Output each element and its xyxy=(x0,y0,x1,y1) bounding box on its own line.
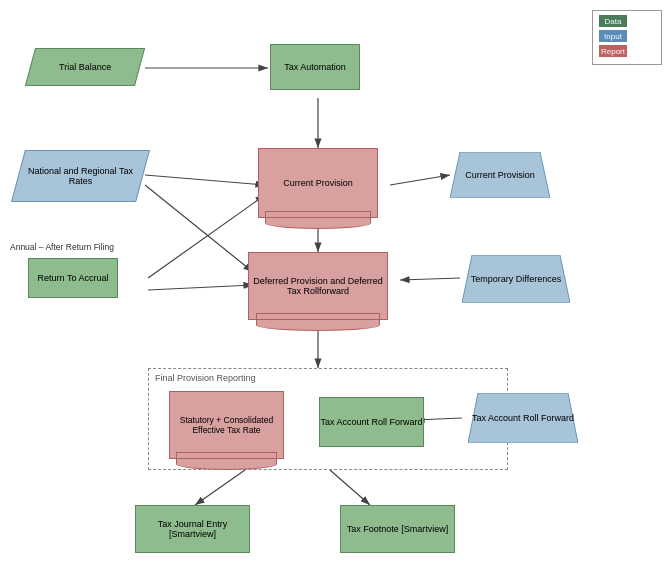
current-provision-output-label: Current Provision xyxy=(465,170,535,180)
legend-report-item: Report xyxy=(599,45,655,57)
svg-line-3 xyxy=(145,175,265,185)
svg-line-4 xyxy=(145,185,253,272)
national-tax-rates-shape: National and Regional Tax Rates xyxy=(11,150,150,202)
trial-balance-label: Trial Balance xyxy=(59,62,111,72)
final-provision-label: Final Provision Reporting xyxy=(155,373,256,383)
tax-account-roll-forward-outer-label: Tax Account Roll Forward xyxy=(472,413,574,423)
svg-line-7 xyxy=(390,175,450,185)
svg-line-12 xyxy=(195,470,245,505)
legend-data-label: Data xyxy=(605,17,622,26)
wave4 xyxy=(256,319,380,331)
return-to-accrual-shape: Return To Accrual xyxy=(28,258,118,298)
tax-account-roll-forward-inner-shape: Tax Account Roll Forward xyxy=(319,397,424,447)
legend-input-box: Input xyxy=(599,30,627,42)
final-provision-box: Final Provision Reporting Statutory + Co… xyxy=(148,368,508,470)
tax-footnote-label: Tax Footnote [Smartview] xyxy=(347,524,449,534)
temporary-differences-label: Temporary Differences xyxy=(471,274,561,284)
current-provision-output-shape: Current Provision xyxy=(450,152,550,198)
tax-journal-entry-shape: Tax Journal Entry [Smartview] xyxy=(135,505,250,553)
trial-balance-shape: Trial Balance xyxy=(25,48,145,86)
legend-input-label: Input xyxy=(604,32,622,41)
statutory-consolidated-label: Statutory + Consolidated Effective Tax R… xyxy=(170,415,283,435)
legend: Data Input Report xyxy=(592,10,662,65)
legend-report-box: Report xyxy=(599,45,627,57)
annual-after-return-label: Annual – After Return Filing xyxy=(10,242,114,252)
temporary-differences-shape: Temporary Differences xyxy=(462,255,570,303)
return-to-accrual-label: Return To Accrual xyxy=(38,273,109,283)
legend-data-box: Data xyxy=(599,15,627,27)
current-provision-process-label: Current Provision xyxy=(283,178,353,188)
tax-automation-label: Tax Automation xyxy=(284,62,346,72)
national-tax-rates-label: National and Regional Tax Rates xyxy=(19,166,142,186)
legend-data-item: Data xyxy=(599,15,655,27)
tax-account-roll-forward-inner-label: Tax Account Roll Forward xyxy=(320,417,422,427)
tax-footnote-shape: Tax Footnote [Smartview] xyxy=(340,505,455,553)
current-provision-process-shape: Current Provision xyxy=(258,148,378,218)
statutory-consolidated-shape: Statutory + Consolidated Effective Tax R… xyxy=(169,391,284,459)
diagram: Data Input Report Trial Balance Tax Auto… xyxy=(0,0,672,576)
wave6 xyxy=(176,458,278,470)
tax-journal-entry-label: Tax Journal Entry [Smartview] xyxy=(136,519,249,539)
deferred-provision-label: Deferred Provision and Deferred Tax Roll… xyxy=(249,276,387,296)
svg-line-9 xyxy=(400,278,460,280)
svg-line-5 xyxy=(148,285,253,290)
deferred-provision-shape: Deferred Provision and Deferred Tax Roll… xyxy=(248,252,388,320)
svg-line-13 xyxy=(330,470,370,505)
legend-report-label: Report xyxy=(601,47,625,56)
tax-account-roll-forward-outer-shape: Tax Account Roll Forward xyxy=(468,393,578,443)
wave2 xyxy=(265,217,371,229)
tax-automation-shape: Tax Automation xyxy=(270,44,360,90)
legend-input-item: Input xyxy=(599,30,655,42)
